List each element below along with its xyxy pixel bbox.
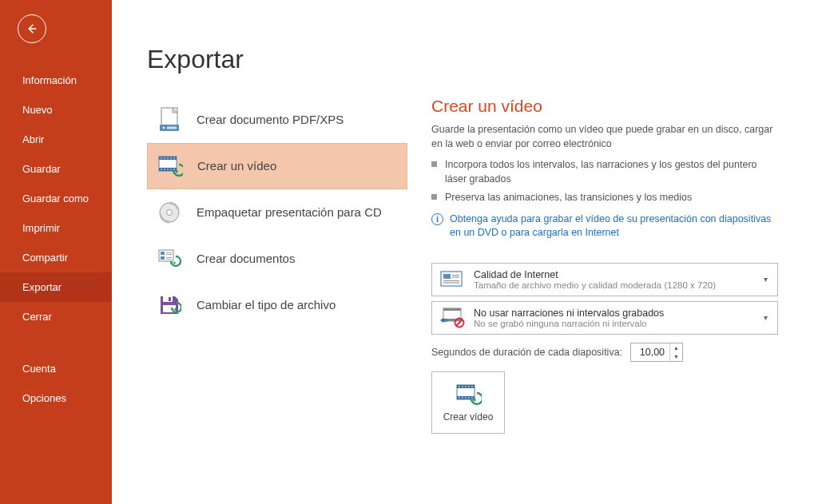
chevron-down-icon: ▾ [760,275,771,284]
duration-spinner[interactable]: ▲ ▼ [630,343,683,362]
detail-description: Guarde la presentación como un vídeo que… [431,122,778,151]
bullet-text: Incorpora todos los intervalos, las narr… [445,157,778,186]
svg-point-15 [170,169,172,170]
option-pdf-xps[interactable]: Crear documento PDF/XPS [147,97,407,143]
option-package-cd[interactable]: Empaquetar presentación para CD [147,189,407,236]
svg-point-14 [167,169,169,170]
chevron-down-icon: ▾ [760,313,771,322]
narration-icon [439,306,466,330]
svg-rect-31 [452,275,459,276]
option-label: Crear un vídeo [197,159,276,174]
svg-point-7 [161,157,162,159]
detail-panel: Crear un vídeo Guarde la presentación co… [431,97,818,434]
bullet-text: Preserva las animaciones, las transicion… [445,190,692,204]
option-create-video[interactable]: Crear un vídeo [147,143,407,189]
duration-label: Segundos de duración de cada diapositiva… [431,347,622,358]
svg-point-2 [163,127,165,129]
create-video-button[interactable]: Crear vídeo [431,371,505,434]
info-icon [431,213,443,225]
help-link[interactable]: Obtenga ayuda para grabar el vídeo de su… [450,212,778,240]
cd-icon [157,200,182,225]
svg-point-51 [468,397,470,399]
svg-point-45 [465,386,467,387]
create-video-label: Crear vídeo [443,411,494,423]
svg-point-18 [167,210,173,216]
svg-point-48 [459,397,460,399]
svg-point-43 [459,386,460,387]
svg-rect-26 [163,296,173,302]
spinner-down-icon[interactable]: ▼ [670,352,682,361]
narration-dropdown[interactable]: No usar narraciones ni intervalos grabad… [431,301,778,335]
nav-abrir[interactable]: Abrir [0,125,112,154]
nav-guardar[interactable]: Guardar [0,154,112,184]
option-label: Empaquetar presentación para CD [197,205,382,220]
nav-guardar-como[interactable]: Guardar como [0,184,112,213]
svg-rect-32 [452,276,459,277]
option-label: Cambiar el tipo de archivo [197,298,336,313]
option-label: Crear documentos [197,252,295,267]
feature-bullet: Preserva las animaciones, las transicion… [431,190,778,204]
nav-nuevo[interactable]: Nuevo [0,95,112,125]
svg-rect-34 [443,282,459,283]
svg-point-52 [471,397,473,399]
duration-input[interactable] [631,343,669,361]
svg-point-50 [465,397,467,399]
nav-exportar[interactable]: Exportar [0,272,112,302]
svg-point-8 [164,157,165,159]
nav-cuenta[interactable]: Cuenta [0,354,112,383]
svg-rect-27 [169,297,171,301]
narration-main: No usar narraciones ni intervalos grabad… [474,308,752,319]
page-title: Exportar [147,45,818,74]
quality-sub: Tamaño de archivo medio y calidad modera… [474,280,752,290]
svg-point-10 [170,157,172,159]
nav-informacion[interactable]: Información [0,65,112,95]
svg-rect-30 [443,274,451,279]
option-label: Crear documento PDF/XPS [197,113,343,128]
svg-rect-21 [166,252,172,253]
nav-imprimir[interactable]: Imprimir [0,213,112,243]
svg-rect-24 [166,257,172,258]
svg-rect-20 [161,252,165,255]
svg-rect-33 [443,280,459,281]
create-video-icon [455,383,482,407]
svg-point-9 [167,157,169,159]
svg-rect-36 [443,308,461,311]
handout-icon [157,246,182,272]
quality-dropdown[interactable]: Calidad de Internet Tamaño de archivo me… [431,263,778,296]
svg-point-11 [173,157,175,159]
bullet-icon [431,161,437,167]
quality-main: Calidad de Internet [474,269,752,280]
svg-rect-23 [161,256,165,260]
export-option-list: Crear documento PDF/XPS [147,97,407,434]
svg-point-13 [164,169,165,170]
spinner-up-icon[interactable]: ▲ [670,343,682,352]
svg-point-47 [471,386,473,387]
bullet-icon [431,194,437,200]
video-icon [157,153,183,179]
pdf-icon [157,107,182,133]
svg-rect-22 [166,254,172,255]
nav-opciones[interactable]: Opciones [0,383,112,413]
nav-cerrar[interactable]: Cerrar [0,302,112,331]
option-create-documents[interactable]: Crear documentos [147,236,407,282]
option-change-filetype[interactable]: Cambiar el tipo de archivo [147,282,407,328]
save-as-icon [157,292,182,318]
quality-icon [439,268,466,292]
svg-point-16 [173,169,175,170]
feature-bullet: Incorpora todos los intervalos, las narr… [431,157,778,186]
nav-compartir[interactable]: Compartir [0,243,112,272]
svg-point-12 [161,169,162,170]
svg-rect-25 [166,259,172,260]
detail-title: Crear un vídeo [431,97,778,116]
svg-rect-3 [167,127,177,129]
svg-point-44 [462,386,463,387]
svg-point-49 [462,397,463,399]
svg-point-46 [468,386,470,387]
narration-sub: No se grabó ninguna narración ni interva… [474,319,752,328]
sidebar: Información Nuevo Abrir Guardar Guardar … [0,0,112,504]
